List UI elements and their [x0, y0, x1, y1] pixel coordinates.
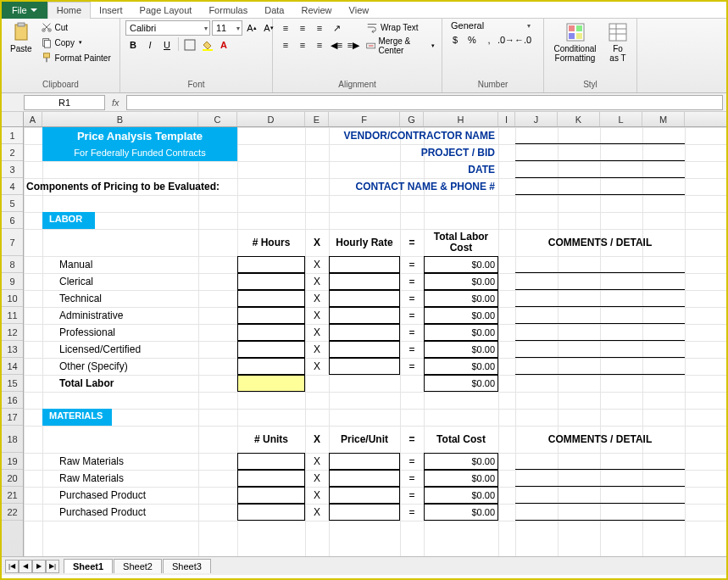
row-header-12[interactable]: 12 [2, 324, 23, 341]
labor-rate-input-5[interactable] [329, 341, 400, 358]
labor-rate-input-2[interactable] [329, 290, 400, 307]
align-center-button[interactable]: ≡ [295, 37, 310, 53]
col-header-D[interactable]: D [237, 112, 305, 126]
labor-rate-input-3[interactable] [329, 307, 400, 324]
materials-units-input-1[interactable] [237, 470, 305, 487]
row-header-13[interactable]: 13 [2, 341, 23, 358]
labor-comment-5[interactable] [515, 341, 685, 358]
next-sheet-button[interactable]: ▶ [32, 560, 46, 573]
materials-units-input-0[interactable] [237, 453, 305, 470]
format-painter-button[interactable]: Format Painter [39, 51, 113, 64]
tab-view[interactable]: View [341, 2, 378, 19]
labor-comment-3[interactable] [515, 307, 685, 324]
fx-icon[interactable]: fx [112, 98, 119, 108]
grow-font-button[interactable]: A▴ [244, 20, 259, 36]
align-middle-button[interactable]: ≡ [295, 20, 310, 36]
first-sheet-button[interactable]: |◀ [5, 560, 19, 573]
labor-comment-4[interactable] [515, 324, 685, 341]
copy-button[interactable]: Copy▾ [39, 36, 113, 49]
increase-decimal-button[interactable]: .0→ [498, 32, 514, 47]
underline-button[interactable]: U [159, 37, 175, 53]
row-header-15[interactable]: 15 [2, 375, 23, 392]
row-header-22[interactable]: 22 [2, 504, 23, 521]
col-header-F[interactable]: F [329, 112, 400, 126]
row-header-17[interactable]: 17 [2, 409, 23, 426]
border-button[interactable] [182, 37, 197, 53]
bold-button[interactable]: B [125, 37, 141, 53]
row-header-11[interactable]: 11 [2, 307, 23, 324]
decrease-decimal-button[interactable]: ←.0 [515, 32, 531, 47]
row-header-2[interactable]: 2 [2, 144, 23, 161]
file-tab[interactable]: File [2, 2, 47, 19]
col-header-C[interactable]: C [198, 112, 237, 126]
row-header-8[interactable]: 8 [2, 256, 23, 273]
labor-rate-input-4[interactable] [329, 324, 400, 341]
percent-format-button[interactable]: % [464, 32, 480, 47]
materials-units-input-2[interactable] [237, 487, 305, 504]
row-header-7[interactable]: 7 [2, 229, 23, 256]
number-format-combo[interactable]: General [447, 20, 532, 31]
materials-price-input-0[interactable] [329, 453, 400, 470]
cells-grid[interactable]: Price Analysis TemplateFor Federally Fun… [24, 127, 726, 556]
labor-hours-input-3[interactable] [237, 307, 305, 324]
cut-button[interactable]: Cut [39, 20, 113, 34]
last-sheet-button[interactable]: ▶| [46, 560, 59, 573]
align-right-button[interactable]: ≡ [312, 37, 327, 53]
col-header-A[interactable]: A [24, 112, 42, 126]
col-header-K[interactable]: K [558, 112, 600, 126]
materials-comment-1[interactable] [515, 470, 685, 487]
materials-comment-2[interactable] [515, 487, 685, 504]
materials-units-input-3[interactable] [237, 504, 305, 521]
row-header-1[interactable]: 1 [2, 127, 23, 144]
col-header-B[interactable]: B [42, 112, 198, 126]
header-underline-2[interactable] [515, 144, 685, 161]
labor-rate-input-6[interactable] [329, 358, 400, 375]
row-header-21[interactable]: 21 [2, 487, 23, 504]
row-header-14[interactable]: 14 [2, 358, 23, 375]
col-header-I[interactable]: I [498, 112, 515, 126]
row-header-5[interactable]: 5 [2, 195, 23, 212]
materials-price-input-3[interactable] [329, 504, 400, 521]
labor-rate-input-1[interactable] [329, 273, 400, 290]
col-header-J[interactable]: J [515, 112, 558, 126]
labor-comment-2[interactable] [515, 290, 685, 307]
tab-insert[interactable]: Insert [91, 2, 131, 19]
tab-home[interactable]: Home [47, 2, 91, 19]
materials-price-input-1[interactable] [329, 470, 400, 487]
labor-hours-input-2[interactable] [237, 290, 305, 307]
row-header-10[interactable]: 10 [2, 290, 23, 307]
font-color-button[interactable]: A [216, 37, 231, 53]
tab-review[interactable]: Review [292, 2, 340, 19]
sheet-tab-2[interactable]: Sheet2 [114, 559, 162, 573]
row-header-4[interactable]: 4 [2, 178, 23, 195]
col-header-M[interactable]: M [642, 112, 685, 126]
row-header-19[interactable]: 19 [2, 453, 23, 470]
header-underline-3[interactable] [515, 161, 685, 178]
labor-hours-input-1[interactable] [237, 273, 305, 290]
align-left-button[interactable]: ≡ [278, 37, 293, 53]
materials-comment-3[interactable] [515, 504, 685, 521]
labor-hours-input-4[interactable] [237, 324, 305, 341]
col-header-H[interactable]: H [424, 112, 498, 126]
accounting-format-button[interactable]: $ [447, 32, 463, 47]
indent-increase-button[interactable]: ≡▶ [346, 37, 361, 53]
row-header-9[interactable]: 9 [2, 273, 23, 290]
comma-format-button[interactable]: , [481, 32, 497, 47]
sheet-tab-3[interactable]: Sheet3 [163, 559, 211, 573]
row-header-20[interactable]: 20 [2, 470, 23, 487]
labor-hours-input-6[interactable] [237, 358, 305, 375]
labor-comment-0[interactable] [515, 256, 685, 273]
row-header-6[interactable]: 6 [2, 212, 23, 229]
italic-button[interactable]: I [142, 37, 158, 53]
wrap-text-button[interactable]: Wrap Text [364, 20, 436, 34]
sheet-tab-1[interactable]: Sheet1 [64, 559, 113, 573]
tab-page-layout[interactable]: Page Layout [131, 2, 201, 19]
select-all-corner[interactable] [2, 112, 24, 126]
col-header-E[interactable]: E [305, 112, 329, 126]
labor-comment-6[interactable] [515, 358, 685, 375]
indent-decrease-button[interactable]: ◀≡ [329, 37, 344, 53]
font-name-combo[interactable]: Calibri [125, 20, 210, 36]
align-bottom-button[interactable]: ≡ [312, 20, 327, 36]
orientation-button[interactable]: ↗ [329, 20, 344, 36]
merge-center-button[interactable]: Merge & Center▾ [364, 36, 436, 56]
